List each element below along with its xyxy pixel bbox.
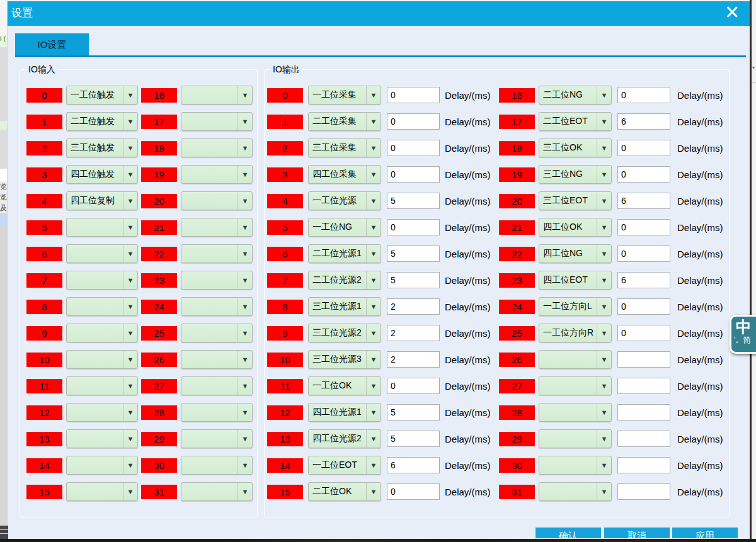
underlying-scrollbar[interactable]: ▾ xyxy=(750,0,756,542)
delay-input[interactable] xyxy=(387,140,440,156)
delay-input[interactable] xyxy=(617,325,670,341)
io-input-function-select[interactable]: ▼ xyxy=(181,165,253,184)
io-output-function-select[interactable]: ▼ xyxy=(539,403,612,422)
io-output-function-select[interactable]: 三工位光源3▼ xyxy=(308,350,381,369)
io-input-function-select[interactable]: ▼ xyxy=(66,218,138,237)
delay-input[interactable] xyxy=(617,272,670,288)
delay-input[interactable] xyxy=(387,113,440,130)
delay-input[interactable] xyxy=(387,193,440,209)
io-input-function-select[interactable]: ▼ xyxy=(181,297,253,316)
io-output-function-select[interactable]: 四工位OK▼ xyxy=(539,218,612,237)
delay-input[interactable] xyxy=(617,404,670,421)
io-output-function-select[interactable]: 三工位OK▼ xyxy=(539,138,612,157)
delay-input[interactable] xyxy=(617,483,670,500)
ime-status-widget[interactable]: 中 '。简 xyxy=(730,315,756,354)
io-input-function-select[interactable]: 四工位复制▼ xyxy=(66,191,138,210)
delay-input[interactable] xyxy=(617,193,670,209)
apply-button[interactable]: 应用 xyxy=(672,528,738,538)
delay-input[interactable] xyxy=(387,87,440,103)
io-output-function-select[interactable]: 一工位EOT▼ xyxy=(308,456,381,475)
io-input-function-select[interactable]: ▼ xyxy=(181,429,253,448)
io-output-function-select[interactable]: 三工位光源1▼ xyxy=(308,297,381,316)
io-input-function-select[interactable]: 二工位触发▼ xyxy=(66,112,138,131)
io-output-function-select[interactable]: 一工位NG▼ xyxy=(308,218,381,237)
delay-input[interactable] xyxy=(387,219,440,235)
io-input-function-select[interactable]: ▼ xyxy=(181,376,253,395)
delay-input[interactable] xyxy=(387,431,440,447)
delay-input[interactable] xyxy=(617,166,670,183)
scroll-up-icon[interactable]: ▾ xyxy=(752,65,755,71)
io-input-function-select[interactable]: ▼ xyxy=(181,112,253,131)
io-output-function-select[interactable]: 四工位采集▼ xyxy=(308,165,381,184)
delay-input[interactable] xyxy=(387,166,440,183)
delay-input[interactable] xyxy=(387,351,440,368)
io-input-function-select[interactable]: ▼ xyxy=(66,482,138,501)
io-input-function-select[interactable]: ▼ xyxy=(66,350,138,369)
io-output-function-select[interactable]: 二工位采集▼ xyxy=(308,112,381,131)
io-input-function-select[interactable]: ▼ xyxy=(66,403,138,422)
io-input-function-select[interactable]: ▼ xyxy=(181,403,253,422)
io-input-function-select[interactable]: ▼ xyxy=(66,244,138,263)
cancel-button[interactable]: 取消 xyxy=(604,528,670,538)
io-input-function-select[interactable]: ▼ xyxy=(66,376,138,395)
delay-input[interactable] xyxy=(387,272,440,288)
io-output-function-select[interactable]: 一工位方向L▼ xyxy=(539,297,612,316)
delay-input[interactable] xyxy=(617,378,670,394)
io-output-function-select[interactable]: 四工位EOT▼ xyxy=(539,271,612,290)
delay-input[interactable] xyxy=(617,457,670,473)
io-output-function-select[interactable]: 一工位方向R▼ xyxy=(539,324,612,342)
delay-input[interactable] xyxy=(387,483,440,500)
io-input-function-select[interactable]: 四工位触发▼ xyxy=(66,165,138,184)
delay-input[interactable] xyxy=(387,325,440,341)
io-input-function-select[interactable]: ▼ xyxy=(181,191,253,210)
io-input-function-select[interactable]: ▼ xyxy=(181,482,253,501)
io-input-function-select[interactable]: 一工位触发▼ xyxy=(66,86,138,104)
io-input-function-select[interactable]: ▼ xyxy=(181,86,253,104)
io-input-function-select[interactable]: ▼ xyxy=(181,244,253,263)
io-output-function-select[interactable]: 一工位光源▼ xyxy=(308,191,381,210)
io-output-function-select[interactable]: ▼ xyxy=(539,350,612,369)
io-input-function-select[interactable]: ▼ xyxy=(181,324,253,342)
delay-input[interactable] xyxy=(617,246,670,262)
delay-input[interactable] xyxy=(617,298,670,315)
io-output-function-select[interactable]: ▼ xyxy=(539,482,612,501)
io-input-function-select[interactable]: ▼ xyxy=(66,271,138,290)
io-input-function-select[interactable]: ▼ xyxy=(66,324,138,342)
io-output-function-select[interactable]: 二工位OK▼ xyxy=(308,482,381,501)
delay-input[interactable] xyxy=(387,404,440,421)
io-output-function-select[interactable]: 四工位光源1▼ xyxy=(308,403,381,422)
io-output-function-select[interactable]: 三工位采集▼ xyxy=(308,138,381,157)
io-output-function-select[interactable]: ▼ xyxy=(539,376,612,395)
delay-input[interactable] xyxy=(617,87,670,103)
io-input-function-select[interactable]: 三工位触发▼ xyxy=(66,138,138,157)
io-input-function-select[interactable]: ▼ xyxy=(66,297,138,316)
io-output-function-select[interactable]: 四工位NG▼ xyxy=(539,244,612,263)
io-output-function-select[interactable]: 一工位采集▼ xyxy=(308,86,381,104)
io-input-function-select[interactable]: ▼ xyxy=(181,271,253,290)
io-input-function-select[interactable]: ▼ xyxy=(66,456,138,475)
io-input-function-select[interactable]: ▼ xyxy=(181,218,253,237)
io-output-function-select[interactable]: ▼ xyxy=(539,456,612,475)
io-input-function-select[interactable]: ▼ xyxy=(181,138,253,157)
close-icon[interactable]: × xyxy=(721,1,743,25)
delay-input[interactable] xyxy=(387,457,440,473)
tab-io-settings[interactable]: IO设置 xyxy=(15,33,89,55)
delay-input[interactable] xyxy=(387,246,440,262)
io-output-function-select[interactable]: 二工位EOT▼ xyxy=(539,112,612,131)
delay-input[interactable] xyxy=(617,351,670,368)
io-output-function-select[interactable]: 三工位光源2▼ xyxy=(308,324,381,342)
delay-input[interactable] xyxy=(387,378,440,394)
delay-input[interactable] xyxy=(617,140,670,156)
delay-input[interactable] xyxy=(617,219,670,235)
io-output-function-select[interactable]: ▼ xyxy=(539,429,612,448)
io-output-function-select[interactable]: 二工位光源1▼ xyxy=(308,244,381,263)
io-input-function-select[interactable]: ▼ xyxy=(181,350,253,369)
io-output-function-select[interactable]: 四工位光源2▼ xyxy=(308,429,381,448)
delay-input[interactable] xyxy=(617,431,670,447)
io-input-function-select[interactable]: ▼ xyxy=(181,456,253,475)
io-input-function-select[interactable]: ▼ xyxy=(66,429,138,448)
io-output-function-select[interactable]: 三工位EOT▼ xyxy=(539,191,612,210)
delay-input[interactable] xyxy=(387,298,440,315)
io-output-function-select[interactable]: 一工位OK▼ xyxy=(308,376,381,395)
io-output-function-select[interactable]: 二工位NG▼ xyxy=(539,86,612,104)
